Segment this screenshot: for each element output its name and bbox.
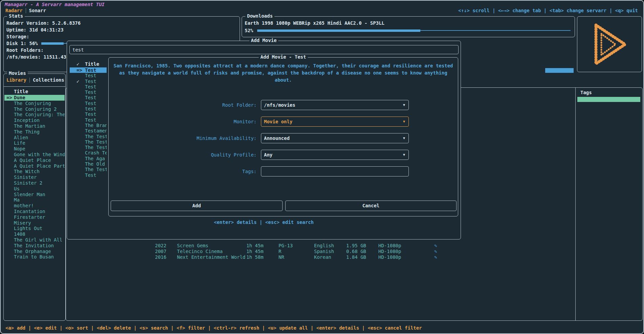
movie-row[interactable]: Slender Man — [4, 192, 65, 197]
movie-row[interactable]: The Conjuring: The De — [4, 112, 65, 118]
monitor-value: Movie only — [264, 119, 292, 124]
result-title: Test — [85, 172, 96, 178]
add-movie-modal: Add Movie - Test San Francisco, 1985. Tw… — [108, 57, 458, 216]
tab-library[interactable]: Library — [6, 77, 26, 83]
selection-marker — [6, 197, 14, 203]
table-row[interactable]: 2016 Next Entertainment World 1h 58m NR … — [66, 254, 571, 260]
top-keybind-help: <↑↓> scroll | <←→> change tab | <tab> ch… — [458, 8, 638, 13]
tab-radarr[interactable]: Radarr — [5, 8, 23, 13]
results-header: ✓ Title — [70, 61, 99, 67]
selection-marker — [6, 135, 14, 141]
movie-row[interactable]: Train to Busan — [4, 254, 65, 260]
result-row[interactable]: The Bran — [70, 123, 107, 128]
result-row[interactable]: Test — [70, 95, 107, 100]
result-row[interactable]: The Test — [70, 134, 107, 139]
movie-row[interactable]: The Invitation — [4, 243, 65, 249]
dropdown-arrow-icon: ▼ — [403, 117, 405, 126]
result-row[interactable]: The Test — [70, 139, 107, 145]
movie-row[interactable]: A Quiet Place — [4, 158, 65, 163]
movie-row[interactable]: The Girl with All the — [4, 237, 65, 243]
tags-input[interactable] — [261, 166, 409, 176]
movie-certification: NR — [279, 254, 284, 260]
movie-row[interactable]: Sinister — [4, 174, 65, 180]
download-item[interactable]: Earth 1998 1080p WEBRip x265 Hindi AAC2.… — [245, 19, 572, 27]
result-marker — [76, 128, 85, 133]
movie-row[interactable]: A Quiet Place Part II — [4, 163, 65, 169]
movie-title: Life — [14, 140, 25, 146]
movie-row[interactable]: Nope — [4, 146, 65, 152]
movie-row[interactable]: Ma — [4, 197, 65, 203]
movie-row[interactable]: Inception — [4, 118, 65, 123]
result-row[interactable]: The Test — [70, 145, 107, 150]
movies-panel-title: Movies — [7, 70, 28, 76]
tab-collections[interactable]: Collections — [33, 77, 64, 83]
result-row[interactable]: test — [70, 106, 107, 111]
movie-row[interactable]: The Martian — [4, 123, 65, 129]
bottom-keybind-help: <a> add | <e> edit | <o> sort | <del> de… — [5, 325, 422, 331]
managarr-app: Managarr - A Servarr management TUI <↑↓>… — [0, 0, 644, 334]
movie-row[interactable]: Alien — [4, 135, 65, 141]
result-row[interactable]: Testamen — [70, 128, 107, 133]
movie-row[interactable]: The Conjuring 2 — [4, 106, 65, 112]
movie-row[interactable]: Misery — [4, 220, 65, 226]
quality-profile-select[interactable]: Any ▼ — [261, 150, 409, 160]
result-title: Test — [85, 79, 96, 84]
edit-icon[interactable]: ✎ — [434, 243, 437, 249]
root-folder-select[interactable]: /nfs/movies ▼ — [261, 100, 409, 110]
add-button[interactable]: Add — [111, 201, 283, 211]
result-row[interactable]: Test — [70, 89, 107, 95]
minimum-availability-select[interactable]: Announced ▼ — [261, 133, 409, 143]
movie-row[interactable]: Sinister 2 — [4, 180, 65, 186]
movie-title: Nope — [14, 146, 25, 152]
result-marker — [76, 123, 85, 128]
movie-row[interactable]: The Orphanage — [4, 249, 65, 254]
table-row[interactable]: 2007 Telecinco Cinema 1h 45m R Spanish 0… — [66, 249, 571, 254]
form-row-quality-profile: Quality Profile: Any ▼ — [109, 150, 458, 160]
movie-row[interactable]: The Witch — [4, 169, 65, 174]
result-row[interactable]: The Test — [70, 167, 107, 172]
movies-list: => Dune The Conjuring The Conjuring 2 Th… — [4, 95, 65, 320]
result-row[interactable]: Test — [70, 111, 107, 117]
movie-search-input[interactable] — [69, 45, 459, 54]
table-row[interactable]: 2022 Screen Gems 1h 45m PG-13 English 1.… — [66, 243, 571, 249]
result-row[interactable]: Test — [70, 84, 107, 89]
movie-title: The Witch — [14, 169, 40, 174]
movie-row[interactable]: Us — [4, 186, 65, 192]
movie-row[interactable]: Life — [4, 140, 65, 146]
edit-icon[interactable]: ✎ — [434, 254, 437, 260]
movie-row[interactable]: The Thing — [4, 129, 65, 135]
result-row[interactable]: ✓ Test — [70, 79, 107, 84]
result-row[interactable]: Test — [70, 73, 107, 78]
cancel-button[interactable]: Cancel — [285, 201, 457, 211]
movie-row[interactable]: Gone with the Wind — [4, 152, 65, 158]
movie-row[interactable]: => Dune — [4, 95, 65, 101]
movie-title: Ma — [14, 197, 20, 203]
result-marker — [76, 134, 85, 139]
monitor-select[interactable]: Movie only ▼ — [261, 117, 409, 127]
result-title: Test — [85, 111, 96, 117]
movie-row[interactable]: 1408 — [4, 231, 65, 237]
movie-row[interactable]: The Conjuring — [4, 101, 65, 106]
movie-row[interactable]: Firestarter — [4, 214, 65, 220]
movie-row[interactable]: Incantation — [4, 209, 65, 214]
edit-icon[interactable]: ✎ — [434, 249, 437, 254]
result-row[interactable]: Test — [70, 101, 107, 106]
result-row[interactable]: Test — [70, 172, 107, 178]
result-row[interactable]: Crash Te — [70, 150, 107, 155]
logo-panel — [577, 16, 642, 72]
form-row-root-folder: Root Folder: /nfs/movies ▼ — [109, 100, 458, 110]
movies-tabs-divider — [4, 86, 65, 87]
result-row[interactable]: The Old — [70, 161, 107, 167]
result-row[interactable]: The Aga — [70, 156, 107, 161]
movie-row[interactable]: mother! — [4, 203, 65, 209]
tab-sonarr[interactable]: Sonarr — [29, 8, 46, 13]
movie-row[interactable]: Lights Out — [4, 226, 65, 231]
movie-title: Lights Out — [14, 226, 42, 231]
result-row[interactable]: => Test — [70, 67, 107, 73]
movie-title: Gone with the Wind — [14, 152, 65, 158]
selection-marker — [6, 192, 14, 197]
result-row[interactable]: Test — [70, 117, 107, 123]
movie-title: The Conjuring — [14, 101, 51, 106]
selection-marker — [6, 186, 14, 192]
movie-studio: Screen Gems — [177, 243, 208, 249]
